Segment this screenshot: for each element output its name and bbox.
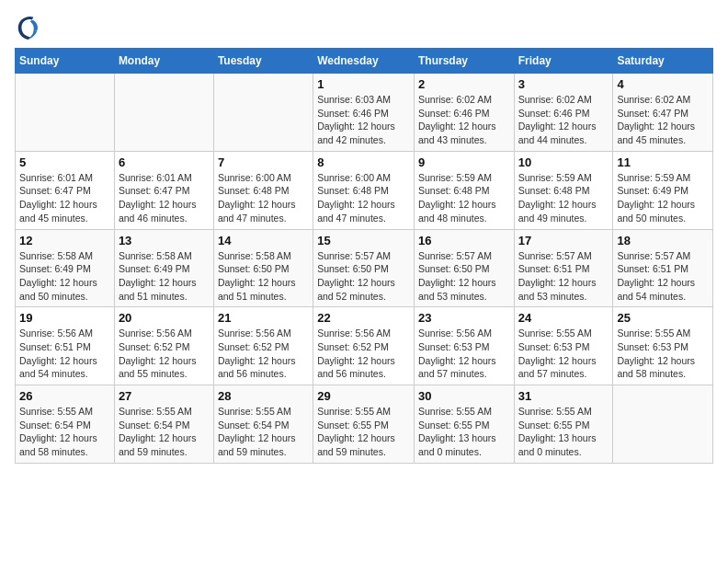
day-number: 20 bbox=[119, 311, 210, 325]
calendar-cell: 16Sunrise: 5:57 AMSunset: 6:50 PMDayligh… bbox=[414, 229, 514, 307]
day-number: 8 bbox=[317, 155, 410, 169]
day-number: 21 bbox=[218, 311, 309, 325]
day-info: Sunrise: 5:58 AMSunset: 6:50 PMDaylight:… bbox=[218, 249, 309, 304]
day-number: 18 bbox=[617, 234, 709, 247]
day-number: 1 bbox=[317, 77, 410, 91]
calendar-cell: 6Sunrise: 6:01 AMSunset: 6:47 PMDaylight… bbox=[114, 151, 213, 229]
calendar-week-1: 1Sunrise: 6:03 AMSunset: 6:46 PMDaylight… bbox=[16, 74, 713, 152]
day-info: Sunrise: 5:55 AMSunset: 6:54 PMDaylight:… bbox=[218, 405, 309, 459]
calendar-cell: 8Sunrise: 6:00 AMSunset: 6:48 PMDaylight… bbox=[313, 151, 415, 229]
calendar-cell: 28Sunrise: 5:55 AMSunset: 6:54 PMDayligh… bbox=[213, 385, 313, 464]
calendar-week-3: 12Sunrise: 5:58 AMSunset: 6:49 PMDayligh… bbox=[16, 229, 713, 307]
calendar-cell bbox=[213, 74, 313, 152]
day-info: Sunrise: 6:01 AMSunset: 6:47 PMDaylight:… bbox=[19, 171, 110, 225]
calendar-cell: 15Sunrise: 5:57 AMSunset: 6:50 PMDayligh… bbox=[313, 229, 415, 307]
day-number: 25 bbox=[617, 311, 709, 325]
day-number: 16 bbox=[418, 234, 510, 247]
calendar-cell: 17Sunrise: 5:57 AMSunset: 6:51 PMDayligh… bbox=[514, 229, 613, 307]
day-number: 17 bbox=[518, 234, 609, 247]
day-info: Sunrise: 5:56 AMSunset: 6:51 PMDaylight:… bbox=[19, 327, 110, 381]
day-number: 6 bbox=[119, 155, 210, 169]
logo bbox=[15, 15, 44, 40]
day-info: Sunrise: 6:01 AMSunset: 6:47 PMDaylight:… bbox=[119, 171, 210, 225]
calendar-cell: 7Sunrise: 6:00 AMSunset: 6:48 PMDaylight… bbox=[213, 151, 313, 229]
calendar-cell: 10Sunrise: 5:59 AMSunset: 6:48 PMDayligh… bbox=[514, 151, 613, 229]
day-number: 12 bbox=[19, 234, 110, 247]
day-number: 5 bbox=[19, 155, 110, 169]
day-number: 24 bbox=[518, 311, 609, 325]
day-info: Sunrise: 5:56 AMSunset: 6:53 PMDaylight:… bbox=[418, 327, 510, 381]
day-number: 31 bbox=[518, 389, 609, 403]
day-info: Sunrise: 5:57 AMSunset: 6:50 PMDaylight:… bbox=[317, 249, 410, 304]
calendar-cell: 13Sunrise: 5:58 AMSunset: 6:49 PMDayligh… bbox=[114, 229, 213, 307]
day-info: Sunrise: 5:57 AMSunset: 6:50 PMDaylight:… bbox=[418, 249, 510, 304]
weekday-header-tuesday: Tuesday bbox=[213, 49, 313, 74]
calendar-cell: 24Sunrise: 5:55 AMSunset: 6:53 PMDayligh… bbox=[514, 307, 613, 385]
day-info: Sunrise: 5:56 AMSunset: 6:52 PMDaylight:… bbox=[317, 327, 410, 381]
calendar-table: SundayMondayTuesdayWednesdayThursdayFrid… bbox=[15, 48, 713, 464]
weekday-header-thursday: Thursday bbox=[414, 49, 514, 74]
day-number: 7 bbox=[218, 155, 309, 169]
day-number: 22 bbox=[317, 311, 410, 325]
calendar-cell: 23Sunrise: 5:56 AMSunset: 6:53 PMDayligh… bbox=[414, 307, 514, 385]
weekday-header-wednesday: Wednesday bbox=[313, 49, 415, 74]
calendar-cell: 19Sunrise: 5:56 AMSunset: 6:51 PMDayligh… bbox=[16, 307, 115, 385]
day-info: Sunrise: 6:00 AMSunset: 6:48 PMDaylight:… bbox=[317, 171, 410, 225]
day-info: Sunrise: 6:03 AMSunset: 6:46 PMDaylight:… bbox=[317, 93, 410, 147]
day-number: 29 bbox=[317, 389, 410, 403]
calendar-cell: 4Sunrise: 6:02 AMSunset: 6:47 PMDaylight… bbox=[613, 74, 713, 152]
day-info: Sunrise: 5:57 AMSunset: 6:51 PMDaylight:… bbox=[617, 249, 709, 304]
day-number: 11 bbox=[617, 155, 709, 169]
day-number: 28 bbox=[218, 389, 309, 403]
calendar-cell: 9Sunrise: 5:59 AMSunset: 6:48 PMDaylight… bbox=[414, 151, 514, 229]
calendar-cell: 21Sunrise: 5:56 AMSunset: 6:52 PMDayligh… bbox=[213, 307, 313, 385]
calendar-cell: 18Sunrise: 5:57 AMSunset: 6:51 PMDayligh… bbox=[613, 229, 713, 307]
calendar-cell: 29Sunrise: 5:55 AMSunset: 6:55 PMDayligh… bbox=[313, 385, 415, 464]
day-number: 2 bbox=[418, 77, 510, 91]
day-number: 13 bbox=[119, 234, 210, 247]
day-info: Sunrise: 5:55 AMSunset: 6:55 PMDaylight:… bbox=[418, 405, 510, 459]
calendar-cell: 22Sunrise: 5:56 AMSunset: 6:52 PMDayligh… bbox=[313, 307, 415, 385]
calendar-cell: 20Sunrise: 5:56 AMSunset: 6:52 PMDayligh… bbox=[114, 307, 213, 385]
weekday-header-saturday: Saturday bbox=[613, 49, 713, 74]
day-info: Sunrise: 5:55 AMSunset: 6:53 PMDaylight:… bbox=[617, 327, 709, 381]
day-number: 15 bbox=[317, 234, 410, 247]
header bbox=[15, 15, 713, 40]
calendar-cell: 5Sunrise: 6:01 AMSunset: 6:47 PMDaylight… bbox=[16, 151, 115, 229]
calendar-cell: 14Sunrise: 5:58 AMSunset: 6:50 PMDayligh… bbox=[213, 229, 313, 307]
calendar-week-2: 5Sunrise: 6:01 AMSunset: 6:47 PMDaylight… bbox=[16, 151, 713, 229]
day-info: Sunrise: 5:57 AMSunset: 6:51 PMDaylight:… bbox=[518, 249, 609, 304]
calendar-cell: 12Sunrise: 5:58 AMSunset: 6:49 PMDayligh… bbox=[16, 229, 115, 307]
calendar-cell: 11Sunrise: 5:59 AMSunset: 6:49 PMDayligh… bbox=[613, 151, 713, 229]
calendar-cell bbox=[613, 385, 713, 464]
day-info: Sunrise: 6:00 AMSunset: 6:48 PMDaylight:… bbox=[218, 171, 309, 225]
weekday-header-monday: Monday bbox=[114, 49, 213, 74]
day-info: Sunrise: 6:02 AMSunset: 6:47 PMDaylight:… bbox=[617, 93, 709, 147]
calendar-cell: 31Sunrise: 5:55 AMSunset: 6:55 PMDayligh… bbox=[514, 385, 613, 464]
day-info: Sunrise: 5:56 AMSunset: 6:52 PMDaylight:… bbox=[119, 327, 210, 381]
calendar-cell bbox=[16, 74, 115, 152]
day-info: Sunrise: 5:55 AMSunset: 6:54 PMDaylight:… bbox=[19, 405, 110, 459]
day-info: Sunrise: 5:58 AMSunset: 6:49 PMDaylight:… bbox=[19, 249, 110, 304]
day-info: Sunrise: 5:55 AMSunset: 6:55 PMDaylight:… bbox=[518, 405, 609, 459]
calendar-cell bbox=[114, 74, 213, 152]
calendar-body: 1Sunrise: 6:03 AMSunset: 6:46 PMDaylight… bbox=[16, 74, 713, 464]
calendar-cell: 25Sunrise: 5:55 AMSunset: 6:53 PMDayligh… bbox=[613, 307, 713, 385]
day-number: 26 bbox=[19, 389, 110, 403]
day-number: 23 bbox=[418, 311, 510, 325]
day-info: Sunrise: 5:59 AMSunset: 6:49 PMDaylight:… bbox=[617, 171, 709, 225]
day-info: Sunrise: 6:02 AMSunset: 6:46 PMDaylight:… bbox=[518, 93, 609, 147]
day-info: Sunrise: 6:02 AMSunset: 6:46 PMDaylight:… bbox=[418, 93, 510, 147]
day-info: Sunrise: 5:55 AMSunset: 6:55 PMDaylight:… bbox=[317, 405, 410, 459]
day-number: 3 bbox=[518, 77, 609, 91]
day-number: 30 bbox=[418, 389, 510, 403]
calendar-cell: 26Sunrise: 5:55 AMSunset: 6:54 PMDayligh… bbox=[16, 385, 115, 464]
weekday-header-sunday: Sunday bbox=[16, 49, 115, 74]
day-info: Sunrise: 5:55 AMSunset: 6:54 PMDaylight:… bbox=[119, 405, 210, 459]
weekday-header-friday: Friday bbox=[514, 49, 613, 74]
day-number: 27 bbox=[119, 389, 210, 403]
day-number: 10 bbox=[518, 155, 609, 169]
day-info: Sunrise: 5:56 AMSunset: 6:52 PMDaylight:… bbox=[218, 327, 309, 381]
day-info: Sunrise: 5:58 AMSunset: 6:49 PMDaylight:… bbox=[119, 249, 210, 304]
calendar-cell: 30Sunrise: 5:55 AMSunset: 6:55 PMDayligh… bbox=[414, 385, 514, 464]
